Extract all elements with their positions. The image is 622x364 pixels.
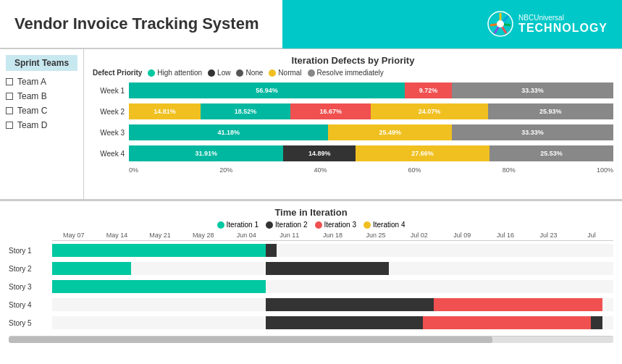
gantt-bar — [266, 316, 423, 329]
team-checkbox[interactable] — [6, 78, 13, 85]
legend-item: Defect Priority — [93, 69, 142, 77]
gantt-bar — [52, 280, 266, 293]
legend-label: Low — [217, 69, 230, 77]
bar-row: Week 341.18%25.49%33.33% — [93, 123, 613, 142]
header: Vendor Invoice Tracking System NBCUniver… — [0, 0, 622, 49]
bar-row-label: Week 4 — [93, 150, 129, 158]
team-checkbox[interactable] — [6, 122, 13, 129]
sidebar-team-item[interactable]: Team D — [6, 120, 77, 130]
legend-color-dot — [236, 69, 243, 77]
gantt-bar — [266, 298, 434, 311]
gantt-row: Story 4 — [9, 297, 613, 313]
svg-point-7 — [497, 20, 504, 27]
bar-container: 56.94%9.72%33.33% — [129, 82, 613, 98]
gantt-row: Story 5 — [9, 315, 613, 331]
gantt-legend-item: Iteration 1 — [217, 221, 259, 229]
legend-item: Low — [208, 69, 230, 77]
bar-segment: 14.89% — [283, 145, 356, 161]
bar-segment: 16.67% — [290, 103, 371, 119]
defects-bar-chart: Week 156.94%9.72%33.33%Week 214.81%18.52… — [93, 81, 613, 174]
bar-segment: 24.07% — [371, 103, 487, 119]
gantt-legend-item: Iteration 4 — [363, 221, 405, 229]
team-label: Team B — [17, 91, 47, 101]
gantt-header-cell: Jul 16 — [484, 232, 527, 239]
bar-segment: 25.93% — [488, 103, 613, 119]
legend-color-dot — [308, 69, 315, 77]
gantt-bar — [266, 244, 277, 257]
gantt-header-cell: May 28 — [182, 232, 225, 239]
team-label: Team A — [17, 77, 46, 87]
gantt-header: May 07May 14May 21May 28Jun 04Jun 11Jun … — [52, 232, 613, 241]
bar-row-label: Week 1 — [93, 87, 129, 95]
gantt-title: Time in Iteration — [9, 207, 613, 218]
gantt-legend-dot — [315, 221, 322, 229]
sprint-teams-sidebar: Sprint Teams Team ATeam BTeam CTeam D — [0, 49, 84, 199]
gantt-row-label: Story 4 — [9, 301, 52, 309]
gantt-legend-dot — [266, 221, 273, 229]
team-checkbox[interactable] — [6, 93, 13, 100]
gantt-header-cell: May 21 — [138, 232, 182, 239]
bar-segment: 14.81% — [129, 103, 201, 119]
gantt-legend-item: Iteration 3 — [315, 221, 356, 229]
gantt-header-cell: Jul 02 — [398, 232, 441, 239]
bar-row: Week 156.94%9.72%33.33% — [93, 81, 613, 100]
gantt-header-cell: Jul 23 — [527, 232, 571, 239]
defects-chart-title: Iteration Defects by Priority — [93, 55, 613, 66]
bar-segment: 33.33% — [452, 82, 613, 98]
team-list: Team ATeam BTeam CTeam D — [6, 77, 77, 130]
top-section: Sprint Teams Team ATeam BTeam CTeam D It… — [0, 49, 622, 201]
nbc-logo-icon — [487, 10, 514, 38]
gantt-row-label: Story 2 — [9, 265, 52, 273]
bar-segment: 25.49% — [328, 124, 452, 140]
legend-label: None — [245, 69, 263, 77]
legend-item: None — [236, 69, 263, 77]
x-axis-label: 100% — [597, 166, 613, 174]
team-checkbox[interactable] — [6, 107, 13, 114]
gantt-legend-label: Iteration 2 — [275, 221, 307, 229]
gantt-legend-label: Iteration 1 — [227, 221, 259, 229]
gantt-bar — [434, 298, 602, 311]
gantt-section: Time in Iteration Iteration 1Iteration 2… — [0, 201, 622, 364]
sidebar-team-item[interactable]: Team C — [6, 106, 77, 116]
gantt-track — [52, 244, 613, 257]
gantt-track — [52, 298, 613, 311]
sidebar-team-item[interactable]: Team A — [6, 77, 77, 87]
header-title-area: Vendor Invoice Tracking System — [0, 7, 282, 41]
legend-label: High attention — [157, 69, 202, 77]
bar-segment: 27.66% — [356, 145, 489, 161]
bar-container: 14.81%18.52%16.67%24.07%25.93% — [129, 103, 613, 119]
scrollbar-thumb[interactable] — [9, 337, 492, 343]
gantt-header-cell: May 14 — [96, 232, 139, 239]
bar-segment: 41.18% — [129, 124, 328, 140]
gantt-header-cell: May 07 — [52, 232, 96, 239]
legend-color-dot — [208, 69, 215, 77]
gantt-legend-dot — [363, 221, 371, 229]
logo-text: NBCUniversal TECHNOLOGY — [518, 14, 608, 35]
gantt-row: Story 3 — [9, 279, 613, 295]
legend-item: High attention — [148, 69, 202, 77]
main-content: Sprint Teams Team ATeam BTeam CTeam D It… — [0, 49, 622, 364]
bar-container: 41.18%25.49%33.33% — [129, 124, 613, 140]
defects-chart-area: Iteration Defects by Priority Defect Pri… — [84, 49, 622, 199]
gantt-bar — [423, 316, 592, 329]
bar-segment: 9.72% — [405, 82, 452, 98]
gantt-chart-area: May 07May 14May 21May 28Jun 04Jun 11Jun … — [9, 232, 613, 333]
gantt-row: Story 1 — [9, 242, 613, 258]
legend-label: Normal — [278, 69, 301, 77]
team-label: Team C — [17, 106, 47, 116]
gantt-bar — [52, 262, 131, 275]
gantt-row-label: Story 1 — [9, 247, 52, 255]
legend-color-dot — [269, 69, 276, 77]
horizontal-scrollbar[interactable] — [9, 336, 613, 343]
team-label: Team D — [17, 120, 47, 130]
gantt-legend: Iteration 1Iteration 2Iteration 3Iterati… — [9, 221, 613, 229]
gantt-header-cell: Jun 25 — [354, 232, 398, 239]
x-axis-label: 0% — [129, 166, 138, 174]
gantt-legend-item: Iteration 2 — [266, 221, 307, 229]
gantt-legend-label: Iteration 4 — [373, 221, 405, 229]
gantt-header-cell: Jul 09 — [440, 232, 484, 239]
sidebar-team-item[interactable]: Team B — [6, 91, 77, 101]
bar-segment: 18.52% — [201, 103, 290, 119]
gantt-bar — [591, 316, 602, 329]
gantt-track — [52, 280, 613, 293]
